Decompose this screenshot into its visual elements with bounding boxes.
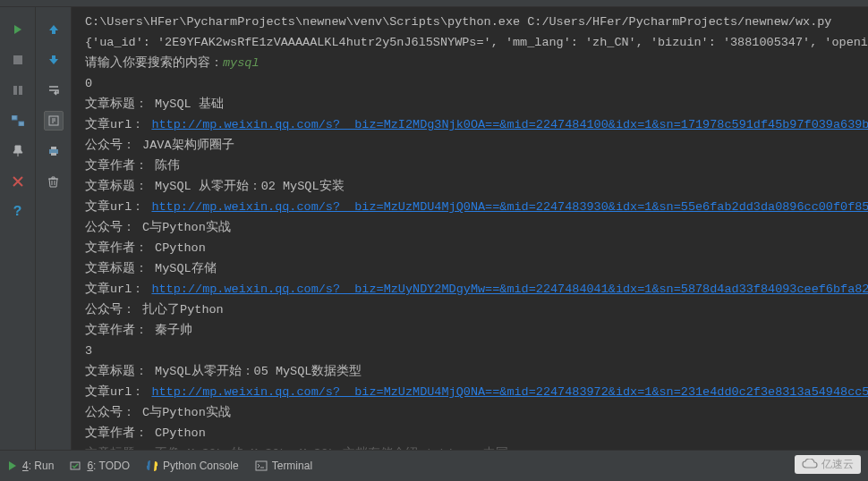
article-account-line: 公众号： C与Python实战	[85, 402, 859, 423]
run-toolbar-left: ?	[0, 7, 36, 457]
input-prompt-line: 请输入你要搜索的内容：mysql	[85, 53, 859, 73]
article-url-line: 文章url： http://mp.weixin.qq.com/s?__biz=M…	[85, 382, 859, 402]
print-icon[interactable]	[44, 141, 64, 161]
article-author-line: 文章作者： 陈伟	[85, 156, 859, 176]
article-title-line: 文章标题： MySQL 从零开始：02 MySQL安装	[85, 176, 859, 197]
svg-rect-3	[12, 115, 17, 120]
user-input-text: mysql	[223, 56, 260, 70]
svg-rect-10	[256, 461, 267, 470]
output-zero: 0	[85, 73, 859, 94]
article-author-line: 文章作者： 秦子帅	[85, 320, 859, 341]
article-link[interactable]: http://mp.weixin.qq.com/s?__biz=MzI2MDg3…	[151, 118, 868, 131]
soft-wrap-icon[interactable]	[44, 80, 64, 100]
dict-output-line: {'ua_id': '2E9YFAK2wsRfE1zVAAAAALKL4hutr…	[85, 32, 859, 53]
article-link[interactable]: http://mp.weixin.qq.com/s?__biz=MzUzMDU4…	[151, 200, 868, 214]
help-icon[interactable]: ?	[8, 202, 28, 222]
output-three: 3	[85, 341, 859, 361]
run-toolbar-inner	[36, 7, 72, 457]
article-link[interactable]: http://mp.weixin.qq.com/s?__biz=MzUzMDU4…	[151, 385, 868, 399]
todo-tool-window-button[interactable]: 6: TODO	[70, 460, 130, 472]
python-console-button[interactable]: Python Console	[146, 460, 239, 472]
stop-icon[interactable]	[8, 50, 28, 70]
article-url-line: 文章url： http://mp.weixin.qq.com/s?__biz=M…	[85, 114, 859, 135]
up-arrow-icon[interactable]	[44, 20, 64, 39]
article-account-line: 公众号： JAVA架构师圈子	[85, 135, 859, 156]
svg-rect-2	[19, 86, 22, 95]
article-author-line: 文章作者： CPython	[85, 423, 859, 443]
svg-rect-0	[13, 55, 22, 64]
exec-path-line: C:\Users\HFer\PycharmProjects\newnew\ven…	[85, 12, 859, 32]
svg-rect-8	[51, 153, 56, 156]
article-account-line: 公众号： 扎心了Python	[85, 300, 859, 320]
bottom-tool-bar: 4: Run 6: TODO Python Console Terminal	[0, 450, 868, 481]
article-url-line: 文章url： http://mp.weixin.qq.com/s?__biz=M…	[85, 197, 859, 217]
article-link[interactable]: http://mp.weixin.qq.com/s?__biz=MzUyNDY2…	[151, 283, 868, 296]
layout-icon[interactable]	[8, 111, 28, 131]
article-title-line: 文章标题： MySQL从零开始：05 MySQL数据类型	[85, 361, 859, 382]
run-tool-window-button[interactable]: 4: Run	[7, 460, 54, 472]
article-account-line: 公众号： C与Python实战	[85, 217, 859, 238]
terminal-button[interactable]: Terminal	[255, 460, 312, 472]
article-title-line: 文章标题： MySQL 基础	[85, 94, 859, 114]
scroll-to-end-icon[interactable]	[44, 111, 64, 131]
close-icon[interactable]	[8, 172, 28, 191]
rerun-icon[interactable]	[8, 20, 28, 39]
article-url-line: 文章url： http://mp.weixin.qq.com/s?__biz=M…	[85, 279, 859, 300]
svg-rect-1	[13, 86, 17, 95]
svg-rect-7	[51, 147, 56, 149]
watermark: 亿速云	[795, 455, 861, 474]
svg-rect-4	[19, 122, 24, 126]
console-output[interactable]: C:\Users\HFer\PycharmProjects\newnew\ven…	[72, 7, 868, 457]
prompt-label: 请输入你要搜索的内容：	[85, 56, 223, 70]
article-title-line: 文章标题： MySQL存储	[85, 258, 859, 279]
article-author-line: 文章作者： CPython	[85, 238, 859, 258]
trash-icon[interactable]	[44, 172, 64, 191]
pause-icon[interactable]	[8, 80, 28, 100]
pin-icon[interactable]	[8, 141, 28, 161]
down-arrow-icon[interactable]	[44, 50, 64, 70]
